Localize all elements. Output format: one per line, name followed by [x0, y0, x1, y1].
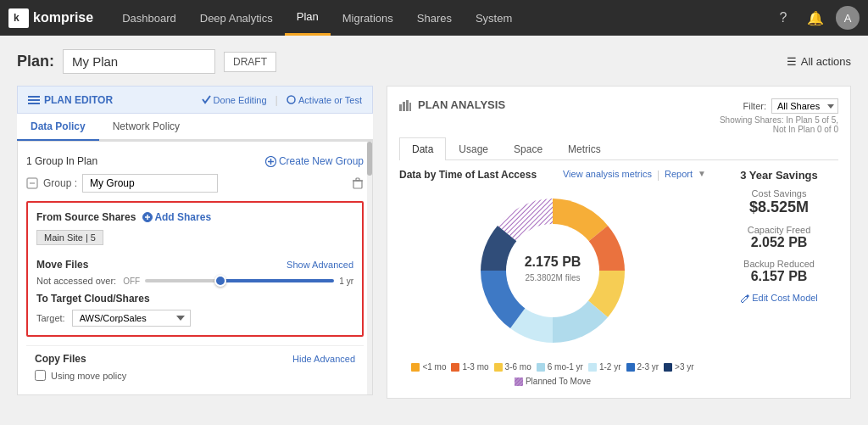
create-new-group-button[interactable]: Create New Group — [265, 155, 364, 167]
nav-links: Dashboard Deep Analytics Plan Migrations… — [110, 0, 771, 36]
target-section: To Target Cloud/Shares Target: AWS/CorpS… — [36, 293, 353, 327]
target-row: Target: AWS/CorpSales Azure/CorpSales GC… — [36, 310, 353, 327]
cost-savings-item: Cost Savings $8.525M — [720, 188, 838, 216]
analysis-top-row: PLAN ANALYSIS Filter: All Shares Main Si… — [399, 98, 838, 134]
two-col-layout: PLAN EDITOR Done Editing | Activate or T… — [17, 86, 851, 399]
divider: | — [275, 93, 278, 106]
scrollbar-thumb — [367, 142, 372, 176]
copy-files-title: Copy Files — [35, 353, 86, 365]
slider-off-label: OFF — [123, 277, 140, 286]
scrollbar[interactable] — [367, 142, 372, 394]
help-icon[interactable]: ? — [771, 6, 795, 30]
all-actions-button[interactable]: ☰ All actions — [787, 55, 851, 68]
filter-select[interactable]: All Shares Main Site — [771, 98, 838, 114]
add-shares-button[interactable]: Add Shares — [142, 211, 211, 223]
svg-rect-19 — [406, 100, 409, 111]
tab-metrics[interactable]: Metrics — [555, 137, 614, 160]
tab-data-policy[interactable]: Data Policy — [17, 114, 99, 141]
plan-header: Plan: DRAFT ☰ All actions — [17, 49, 851, 74]
not-accessed-label: Not accessed over: — [36, 276, 116, 286]
main-content: Plan: DRAFT ☰ All actions PLAN EDITOR Do… — [0, 36, 868, 412]
backup-reduced-value: 6.157 PB — [720, 269, 838, 284]
user-avatar[interactable]: A — [836, 6, 860, 30]
show-advanced-link[interactable]: Show Advanced — [287, 260, 353, 270]
notifications-icon[interactable]: 🔔 — [804, 6, 827, 30]
legend-item-1mo: <1 mo — [411, 362, 446, 372]
all-actions-label: All actions — [801, 55, 851, 68]
tab-network-policy[interactable]: Network Policy — [99, 114, 193, 141]
source-shares-header: From Source Shares Add Shares — [36, 211, 353, 223]
group-box: 1 Group In Plan Create New Group Group : — [18, 142, 372, 394]
chart-title-row: Data by Time of Last Access View analysi… — [399, 169, 706, 181]
tab-usage[interactable]: Usage — [446, 137, 501, 160]
done-editing-link[interactable]: Done Editing — [202, 95, 267, 105]
plan-name-input[interactable] — [63, 49, 215, 74]
capacity-freed-value: 2.052 PB — [720, 235, 838, 250]
svg-rect-3 — [28, 99, 40, 101]
view-metrics-link[interactable]: View analysis metrics — [563, 169, 652, 181]
copy-files-header: Copy Files Hide Advanced — [35, 353, 355, 365]
slider-container: OFF 1 yr — [123, 277, 353, 286]
nav-migrations[interactable]: Migrations — [331, 0, 405, 36]
legend-color-1mo — [411, 363, 420, 372]
delete-group-icon[interactable] — [352, 177, 364, 189]
list-icon — [28, 94, 40, 106]
nav-deep-analytics[interactable]: Deep Analytics — [188, 0, 285, 36]
legend-color-1-3mo — [451, 363, 459, 372]
legend-item-3yr-plus: >3 yr — [664, 362, 694, 372]
clock-icon — [287, 95, 296, 104]
nav-plan[interactable]: Plan — [285, 0, 331, 36]
legend-color-2-3yr — [626, 363, 635, 372]
svg-rect-20 — [409, 103, 411, 111]
move-files-header: Move Files Show Advanced — [36, 259, 353, 271]
group-row: 1 Group In Plan Create New Group — [26, 148, 364, 174]
edit-cost-model-link[interactable]: Edit Cost Model — [720, 293, 838, 303]
plan-editor-header: PLAN EDITOR Done Editing | Activate or T… — [17, 86, 373, 114]
svg-rect-11 — [353, 181, 362, 188]
hamburger-icon: ☰ — [787, 55, 797, 68]
tab-space[interactable]: Space — [501, 137, 555, 160]
chart-area: Data by Time of Last Access View analysi… — [399, 169, 838, 386]
checkmark-icon — [202, 95, 211, 104]
savings-panel: 3 Year Savings Cost Savings $8.525M Capa… — [720, 169, 838, 386]
report-link[interactable]: Report — [665, 169, 693, 181]
not-accessed-row: Not accessed over: OFF 1 yr — [36, 276, 353, 286]
plan-label: Plan: — [17, 53, 54, 70]
using-move-policy-checkbox[interactable] — [35, 370, 46, 381]
filter-label: Filter: — [743, 101, 767, 111]
nav-dashboard[interactable]: Dashboard — [110, 0, 188, 36]
using-move-policy-row: Using move policy — [35, 370, 355, 381]
target-select[interactable]: AWS/CorpSales Azure/CorpSales GCS/CorpSa… — [72, 310, 191, 327]
group-name-input[interactable] — [82, 174, 218, 193]
nav-system[interactable]: System — [464, 0, 524, 36]
donut-container: Data by Time of Last Access View analysi… — [399, 169, 706, 386]
move-files-title: Move Files — [36, 259, 88, 271]
from-source-shares-label: From Source Shares — [36, 211, 136, 223]
nav-shares[interactable]: Shares — [405, 0, 464, 36]
showing-info: Showing Shares: In Plan 5 of 5, Not In P… — [720, 115, 838, 134]
bar-chart-icon — [399, 99, 411, 111]
plan-editor-title: PLAN EDITOR — [28, 94, 113, 106]
svg-text:2.175 PB: 2.175 PB — [525, 254, 581, 269]
legend-item-1-3mo: 1-3 mo — [451, 362, 488, 372]
legend-color-6mo-1yr — [537, 363, 545, 372]
savings-title: 3 Year Savings — [720, 169, 838, 182]
nav-right: ? 🔔 A — [771, 6, 860, 30]
backup-reduced-label: Backup Reduced — [720, 259, 838, 269]
cost-savings-label: Cost Savings — [720, 188, 838, 199]
capacity-freed-item: Capacity Freed 2.052 PB — [720, 225, 838, 250]
hide-advanced-link[interactable]: Hide Advanced — [292, 354, 355, 364]
activate-or-test-link[interactable]: Activate or Test — [287, 95, 362, 105]
svg-rect-17 — [399, 104, 402, 111]
tab-data[interactable]: Data — [399, 137, 446, 160]
svg-rect-26 — [515, 377, 523, 386]
analysis-header: PLAN ANALYSIS — [399, 98, 505, 111]
app-logo[interactable]: k komprise — [8, 8, 93, 28]
editor-scroll-area[interactable]: 1 Group In Plan Create New Group Group : — [17, 141, 373, 395]
access-slider[interactable] — [145, 279, 334, 282]
share-tag[interactable]: Main Site | 5 — [36, 230, 103, 245]
cost-savings-value: $8.525M — [720, 199, 838, 216]
source-shares-box: From Source Shares Add Shares Main Site … — [26, 201, 364, 337]
legend-item-6mo-1yr: 6 mo-1 yr — [537, 362, 583, 372]
group-name-row: Group : — [26, 174, 364, 193]
